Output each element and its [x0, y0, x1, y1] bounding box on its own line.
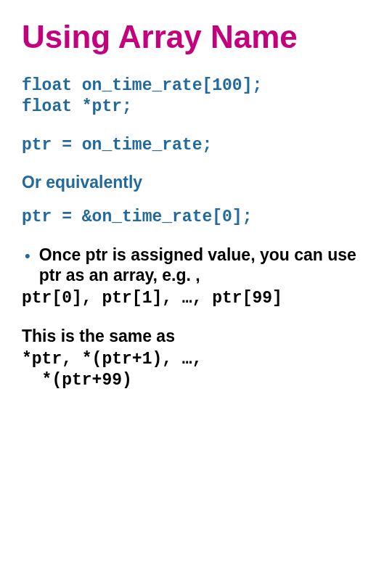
or-equivalently-label: Or equivalently — [22, 173, 370, 192]
code-declarations: float on_time_rate[100]; float *ptr; — [22, 75, 370, 118]
code-assign-1: ptr = on_time_rate; — [22, 135, 370, 156]
same-as-label: This is the same as — [22, 327, 370, 346]
bullet-dot-icon: • — [22, 246, 39, 266]
code-assign-2: ptr = &on_time_rate[0]; — [22, 207, 370, 228]
code-array-index: ptr[0], ptr[1], …, ptr[99] — [22, 288, 370, 309]
bullet-text: Once ptr is assigned value, you can use … — [39, 245, 370, 285]
slide-title: Using Array Name — [22, 20, 370, 54]
slide: Using Array Name float on_time_rate[100]… — [0, 0, 392, 406]
code-dereference: *ptr, *(ptr+1), …, *(ptr+99) — [22, 349, 370, 391]
bullet-item: • Once ptr is assigned value, you can us… — [22, 245, 370, 285]
